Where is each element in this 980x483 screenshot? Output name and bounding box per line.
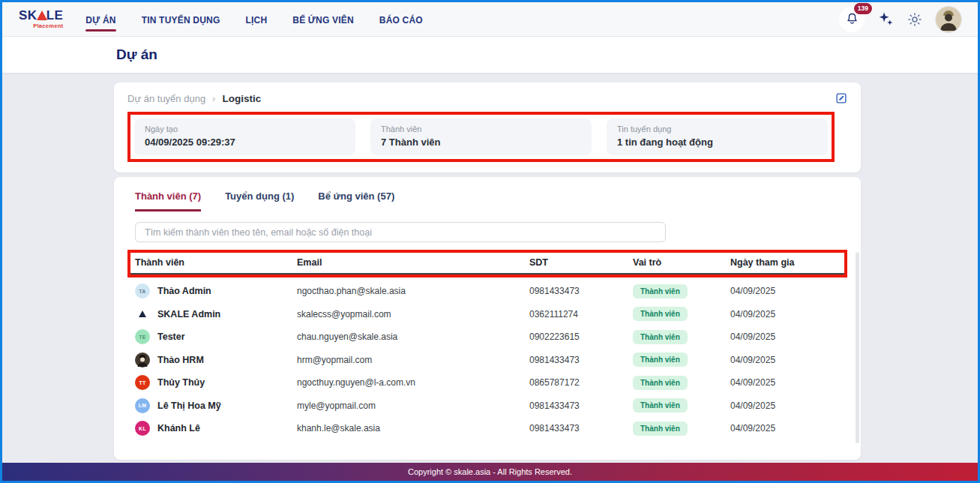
user-avatar-image: [936, 7, 961, 32]
member-avatar: TA: [135, 284, 150, 298]
member-avatar: TT: [135, 375, 150, 390]
settings-button[interactable]: [907, 12, 922, 27]
member-joined-date: 04/09/2025: [730, 286, 847, 296]
logo-text-suffix: LE: [46, 9, 64, 22]
stats-annotation-box: Ngày tạo04/09/2025 09:29:37Thành viên7 T…: [127, 112, 835, 162]
nav-item-be-ung-vien[interactable]: BỂ ỨNG VIÊN: [292, 4, 354, 34]
logo-a-triangle-icon: [37, 10, 47, 20]
footer: Copyright © skale.asia - All Rights Rese…: [2, 463, 978, 481]
member-name: SKALE Admin: [157, 309, 220, 320]
stat-card-ngay-tao: Ngày tạo04/09/2025 09:29:37: [134, 118, 355, 155]
breadcrumb-separator: ›: [212, 93, 215, 104]
member-name: Lê Thị Hoa Mỹ: [157, 400, 221, 411]
table-scrollbar[interactable]: [856, 252, 859, 443]
member-role-cell: Thành viên: [633, 376, 730, 390]
gear-icon: [907, 12, 922, 27]
stat-label: Thành viên: [381, 124, 581, 134]
member-name-cell: LMLê Thị Hoa Mỹ: [135, 398, 297, 413]
tab-thanh-vien-7[interactable]: Thành viên (7): [135, 190, 201, 212]
table-row[interactable]: LMLê Thị Hoa Mỹmyle@yopmail.com098143347…: [127, 394, 847, 418]
nav-item-bao-cao[interactable]: BÁO CÁO: [379, 4, 423, 34]
member-name-cell: Thảo HRM: [135, 352, 297, 368]
member-name-cell: TETester: [135, 329, 297, 344]
skale-logo[interactable]: SK LE Placement: [19, 9, 63, 29]
member-phone: 0981433473: [529, 400, 633, 411]
tab-be-ung-vien-57[interactable]: Bể ứng viên (57): [318, 190, 394, 212]
member-role-cell: Thành viên: [633, 352, 730, 367]
table-row[interactable]: SKALE Adminskalecss@yopmail.com036211127…: [127, 303, 847, 326]
breadcrumb: Dự án tuyển dụng › Logistic: [127, 92, 847, 104]
bell-icon: [845, 12, 859, 26]
member-name-cell: SKALE Admin: [135, 307, 297, 322]
logo-subtitle: Placement: [19, 23, 63, 29]
main-content: Dự án tuyển dụng › Logistic Ngày tạo04/0…: [2, 73, 978, 460]
member-joined-date: 04/09/2025: [730, 309, 847, 320]
member-joined-date: 04/09/2025: [730, 423, 847, 434]
table-row[interactable]: TETesterchau.nguyen@skale.asia0902223615…: [127, 326, 847, 349]
topbar-actions: 139: [839, 7, 961, 32]
ai-assistant-button[interactable]: [878, 11, 894, 27]
member-avatar: TE: [135, 329, 150, 344]
sparkles-icon: [878, 11, 894, 27]
table-row[interactable]: Thảo HRMhrm@yopmail.com0981433473Thành v…: [127, 349, 847, 372]
column-header-thanh-vien: Thành viên: [135, 257, 297, 268]
role-badge: Thành viên: [633, 352, 688, 367]
stat-value: 7 Thành viên: [381, 136, 581, 148]
column-header-email: Email: [297, 257, 529, 268]
user-avatar[interactable]: [936, 7, 961, 32]
copyright-text: Copyright © skale.asia - All Rights Rese…: [408, 467, 572, 476]
member-avatar: KL: [135, 421, 150, 436]
breadcrumb-parent-link[interactable]: Dự án tuyển dụng: [127, 93, 205, 104]
member-phone: 0981433473: [529, 423, 633, 434]
member-email: ngocthuy.nguyen@l-a.com.vn: [297, 377, 529, 388]
member-role-cell: Thành viên: [633, 330, 730, 344]
member-search-input[interactable]: [135, 222, 666, 242]
member-phone: 0902223615: [529, 332, 633, 342]
member-role-cell: Thành viên: [633, 284, 730, 298]
stat-value: 04/09/2025 09:29:37: [145, 136, 345, 148]
member-name-cell: KLKhánh Lê: [135, 421, 297, 436]
stat-card-tin-tuyen-dung: Tin tuyển dụng1 tin đang hoạt động: [607, 118, 828, 155]
page-header: Dự án: [2, 37, 978, 73]
member-email: hrm@yopmail.com: [297, 355, 529, 365]
member-phone: 0865787172: [529, 377, 633, 388]
member-name-cell: TAThảo Admin: [135, 284, 297, 298]
member-name: Thảo HRM: [157, 355, 204, 365]
member-joined-date: 04/09/2025: [730, 355, 847, 365]
member-phone: 0981433473: [529, 355, 633, 365]
member-name: Thảo Admin: [157, 286, 211, 296]
project-summary-card: Dự án tuyển dụng › Logistic Ngày tạo04/0…: [114, 82, 861, 172]
member-role-cell: Thành viên: [633, 307, 730, 321]
stat-value: 1 tin đang hoạt động: [617, 136, 817, 148]
edit-project-button[interactable]: [835, 92, 847, 104]
table-row[interactable]: TTThủy Thủyngocthuy.nguyen@l-a.com.vn086…: [127, 371, 847, 394]
member-avatar-photo: [135, 352, 150, 368]
member-name: Khánh Lê: [157, 423, 200, 434]
member-email: myle@yopmail.com: [297, 400, 529, 411]
role-badge: Thành viên: [633, 376, 688, 390]
table-row[interactable]: KLKhánh Lêkhanh.le@skale.asia0981433473T…: [127, 417, 847, 440]
main-nav: DỰ ÁNTIN TUYỂN DỤNGLỊCHBỂ ỨNG VIÊNBÁO CÁ…: [85, 4, 423, 34]
notification-count-badge: 139: [854, 3, 872, 14]
member-role-cell: Thành viên: [633, 422, 730, 436]
member-role-cell: Thành viên: [633, 398, 730, 412]
breadcrumb-current: Logistic: [222, 93, 261, 104]
members-table-body: TAThảo Adminngocthao.phan@skale.asia0981…: [127, 280, 847, 440]
nav-item-tin-tuyen-dung[interactable]: TIN TUYỂN DỤNG: [142, 4, 220, 34]
member-joined-date: 04/09/2025: [730, 332, 847, 342]
page-title: Dự án: [116, 46, 157, 63]
tabs: Thành viên (7)Tuyển dụng (1)Bể ứng viên …: [135, 190, 840, 212]
notifications-button[interactable]: 139: [839, 7, 865, 32]
member-name: Thủy Thủy: [157, 377, 205, 388]
table-row[interactable]: TAThảo Adminngocthao.phan@skale.asia0981…: [127, 280, 847, 303]
triangle-icon: [139, 310, 146, 317]
column-header-ngay-tham-gia: Ngày tham gia: [730, 257, 844, 268]
logo-brand: SK LE: [19, 9, 63, 22]
member-joined-date: 04/09/2025: [730, 400, 847, 411]
role-badge: Thành viên: [633, 330, 688, 344]
nav-item-lich[interactable]: LỊCH: [245, 4, 267, 34]
role-badge: Thành viên: [633, 284, 688, 298]
tab-tuyen-dung-1[interactable]: Tuyển dụng (1): [225, 190, 294, 212]
nav-item-du-an[interactable]: DỰ ÁN: [85, 4, 115, 34]
member-avatar: LM: [135, 398, 150, 413]
